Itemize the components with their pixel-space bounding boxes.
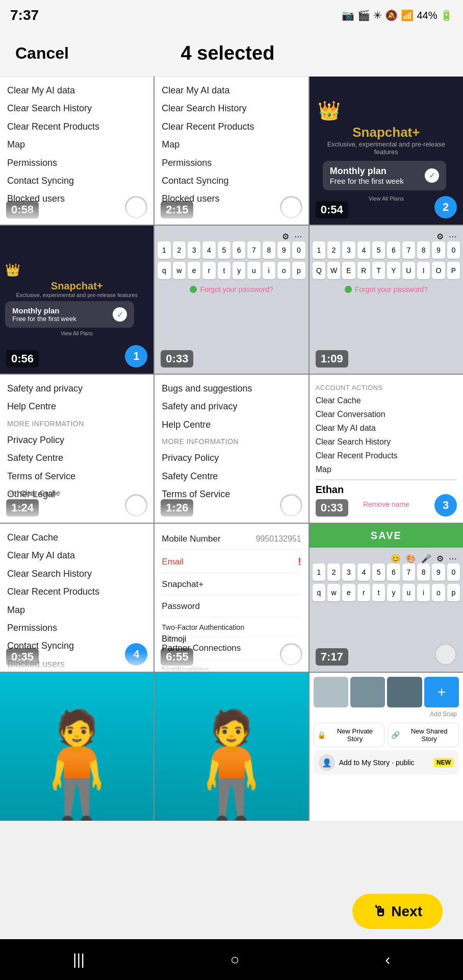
new-shared-story[interactable]: 🔗 New Shared Story: [388, 723, 459, 747]
private-story-icon: 🔒: [317, 731, 326, 739]
cell-15[interactable]: + Add Snap 🔒 New Private Story 🔗 New Sha…: [310, 673, 463, 821]
crown-icon: 👑: [318, 100, 455, 121]
item-map: Map: [7, 137, 146, 153]
more-icon[interactable]: ⋯: [294, 232, 302, 241]
check-icon: ✓: [425, 168, 439, 183]
key-0[interactable]: 0: [292, 241, 305, 259]
key-3[interactable]: 3: [188, 241, 200, 259]
cell-7[interactable]: Safety and privacy Help Centre MORE INFO…: [0, 375, 153, 523]
item-permissions: Permissions: [7, 155, 146, 171]
cell-2[interactable]: Clear My AI data Clear Search History Cl…: [155, 77, 308, 225]
video-icon: 🎬: [357, 9, 370, 21]
key-6[interactable]: 6: [233, 241, 245, 259]
key-4[interactable]: 4: [202, 241, 215, 259]
key-5[interactable]: 5: [218, 241, 230, 259]
timer-12: 7:17: [316, 648, 348, 666]
thumb-3[interactable]: [387, 677, 422, 707]
add-snap-thumb[interactable]: +: [424, 677, 459, 707]
gear-icon-2[interactable]: ⚙: [436, 232, 444, 241]
timer-11: 6:55: [161, 648, 193, 666]
next-button[interactable]: 🖱 Next: [352, 894, 443, 929]
item-clear-recent: Clear Recent Products: [7, 119, 146, 135]
thumb-2[interactable]: [350, 677, 385, 707]
cell-12[interactable]: SAVE 😊 🎨 🎤 ⚙ ⋯ 1234567890 qwertyuiop 7:1…: [310, 524, 463, 672]
key-9[interactable]: 9: [277, 241, 290, 259]
nav-back-icon[interactable]: ‹: [385, 951, 390, 968]
timer-2: 2:15: [161, 201, 193, 218]
bottom-nav: ||| ○ ‹: [0, 939, 463, 980]
crown-icon-sm: 👑: [5, 263, 148, 277]
add-to-story[interactable]: 👤 Add to My Story · public NEW: [314, 750, 459, 775]
status-icons: 📷 🎬 ✳ 🔕 📶 44% 🔋: [342, 9, 453, 21]
camera-icon: 📷: [342, 9, 354, 21]
gear-icon-kb[interactable]: ⚙: [436, 554, 444, 564]
badge-4: 4: [125, 643, 147, 666]
nav-home-icon[interactable]: ○: [230, 951, 240, 968]
select-circle-7[interactable]: [125, 494, 147, 517]
selected-count: 4 selected: [181, 42, 275, 64]
key-8[interactable]: 8: [263, 241, 275, 259]
select-circle-2[interactable]: [280, 196, 302, 218]
timer-9: 0:33: [316, 499, 348, 517]
timer-7: 1:24: [6, 499, 39, 517]
mobile-field: Mobile Number 9950132951: [162, 529, 301, 550]
cell-11[interactable]: Mobile Number 9950132951 Email ! Snapcha…: [155, 524, 308, 672]
sticker-icon[interactable]: 🎨: [406, 554, 416, 564]
cell-9[interactable]: ACCOUNT ACTIONS Clear Cache Clear Conver…: [310, 375, 463, 523]
status-bar: 7:37 📷 🎬 ✳ 🔕 📶 44% 🔋: [0, 0, 463, 31]
timer-5: 0:33: [161, 350, 193, 368]
cell-1[interactable]: Clear My AI data Clear Search History Cl…: [0, 77, 153, 225]
cell-6[interactable]: ⚙ ⋯ 1234567890 QWERTYUIOP Forgot your pa…: [310, 226, 463, 374]
cell-10[interactable]: Clear Cache Clear My AI data Clear Searc…: [0, 524, 153, 672]
thumb-1[interactable]: [314, 677, 348, 707]
mic-icon[interactable]: 🎤: [421, 554, 431, 564]
nav-menu-icon[interactable]: |||: [73, 951, 85, 968]
badge-2: 2: [434, 196, 457, 218]
save-button[interactable]: SAVE: [310, 524, 463, 548]
timer-3: 0:54: [316, 201, 348, 218]
cell-14[interactable]: 🧍: [155, 673, 308, 821]
avatar-figure-2: 🧍: [168, 708, 295, 821]
mute-icon: 🔕: [385, 9, 398, 21]
next-label: Next: [391, 903, 422, 920]
story-avatar: 👤: [319, 754, 335, 771]
item-clear-search: Clear Search History: [7, 101, 146, 116]
badge-3: 3: [434, 494, 457, 517]
avatar-figure-1: 🧍: [13, 708, 141, 821]
status-time: 7:37: [10, 7, 39, 23]
item-contact-sync: Contact Syncing: [7, 173, 146, 189]
key-7[interactable]: 7: [247, 241, 260, 259]
timer-6: 1:09: [316, 350, 348, 368]
cell-5[interactable]: ⚙ ⋯ 1 2 3 4 5 6 7 8 9 0 qwertyuiop Forgo…: [155, 226, 308, 374]
email-field[interactable]: Email !: [162, 551, 301, 573]
bluetooth-icon: ✳: [373, 9, 382, 21]
cursor-icon: 🖱: [373, 903, 387, 920]
badge-1: 1: [125, 345, 147, 368]
emoji-icon[interactable]: 😊: [391, 554, 401, 564]
battery-text: 44% 🔋: [417, 9, 453, 21]
snapplus-title: Snapchat+: [318, 125, 455, 140]
key-2[interactable]: 2: [173, 241, 186, 259]
cell-3[interactable]: 👑 Snapchat+ Exclusive, experimental and …: [310, 77, 463, 225]
gear-icon[interactable]: ⚙: [282, 232, 289, 241]
more-icon-2[interactable]: ⋯: [449, 232, 457, 241]
timer-4: 0:56: [6, 350, 39, 368]
header: Cancel 4 selected: [0, 31, 463, 77]
ethan-name: Ethan: [316, 484, 457, 496]
cell-13[interactable]: 🧍: [0, 673, 153, 821]
new-badge: NEW: [433, 758, 454, 767]
new-private-story[interactable]: 🔒 New Private Story: [314, 723, 385, 747]
timer-8: 1:26: [161, 499, 193, 517]
cancel-button[interactable]: Cancel: [15, 44, 69, 63]
shared-story-icon: 🔗: [391, 731, 400, 739]
cell-4[interactable]: 👑 Snapchat+ Exclusive, experimental and …: [0, 226, 153, 374]
check-icon-sm: ✓: [113, 307, 127, 322]
cell-8[interactable]: Bugs and suggestions Safety and privacy …: [155, 375, 308, 523]
select-circle-8[interactable]: [280, 494, 302, 517]
item-clear-ai: Clear My AI data: [7, 83, 146, 99]
key-1[interactable]: 1: [158, 241, 170, 259]
wifi-icon: 📶: [401, 9, 414, 21]
timer-10: 0:35: [6, 648, 39, 666]
select-circle-1[interactable]: [125, 196, 147, 218]
more-icon-kb[interactable]: ⋯: [449, 554, 457, 564]
